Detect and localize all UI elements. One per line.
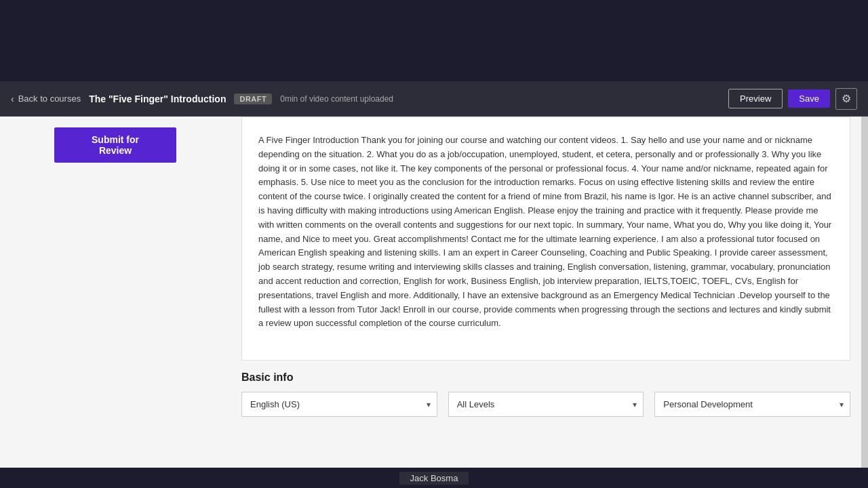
nav-bar: ‹ Back to courses The "Five Finger" Intr… <box>0 81 868 117</box>
bottom-bar: Jack Bosma <box>0 468 868 488</box>
save-button[interactable]: Save <box>788 89 830 108</box>
dropdowns-row: English (US) English (UK) Spanish French… <box>241 392 850 417</box>
category-select[interactable]: Personal Development Business Technology… <box>654 392 850 417</box>
language-select[interactable]: English (US) English (UK) Spanish French <box>241 392 437 417</box>
top-dark-area <box>0 0 868 81</box>
category-dropdown-wrap: Personal Development Business Technology… <box>654 392 850 417</box>
back-to-courses-link[interactable]: ‹ Back to courses <box>11 94 81 104</box>
content-area: A Five Finger Introduction Thank you for… <box>231 117 861 468</box>
settings-button[interactable]: ⚙ <box>835 88 857 110</box>
page-scrollbar[interactable] <box>861 117 868 468</box>
basic-info-section: Basic info English (US) English (UK) Spa… <box>241 371 850 417</box>
back-label: Back to courses <box>18 94 81 104</box>
course-title: The "Five Finger" Introduction <box>89 94 226 104</box>
upload-status: 0min of video content uploaded <box>280 94 720 104</box>
preview-button[interactable]: Preview <box>728 89 783 108</box>
back-arrow-icon: ‹ <box>11 94 14 104</box>
username-display: Jack Bosma <box>399 472 469 485</box>
description-text-box: A Five Finger Introduction Thank you for… <box>241 117 850 361</box>
level-dropdown-wrap: All Levels Beginner Intermediate Advance… <box>448 392 644 417</box>
nav-actions: Preview Save ⚙ <box>728 88 857 110</box>
language-dropdown-wrap: English (US) English (UK) Spanish French… <box>241 392 437 417</box>
gear-icon: ⚙ <box>842 92 851 105</box>
main-content: Submit for Review A Five Finger Introduc… <box>0 117 868 468</box>
draft-badge: DRAFT <box>234 94 272 104</box>
level-select[interactable]: All Levels Beginner Intermediate Advance… <box>448 392 644 417</box>
submit-review-button[interactable]: Submit for Review <box>54 127 176 163</box>
basic-info-label: Basic info <box>241 371 850 384</box>
body-text: A Five Finger Introduction Thank you for… <box>258 134 833 331</box>
sidebar: Submit for Review <box>0 117 231 468</box>
